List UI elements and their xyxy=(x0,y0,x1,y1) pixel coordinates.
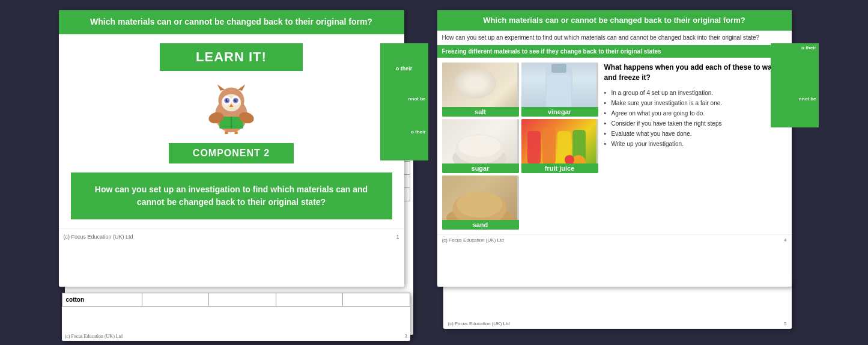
peek-text-3: o their xyxy=(380,127,428,136)
salt-image-cell: salt xyxy=(442,63,519,117)
svg-rect-18 xyxy=(225,131,228,134)
instruction-item-1: In a group of 4 set up an investigation. xyxy=(604,88,787,98)
vinegar-image-cell: vinegar xyxy=(521,63,598,117)
fruitjuice-label: fruit juice xyxy=(521,163,598,173)
cotton-col-5 xyxy=(343,293,410,307)
instruction-item-6: Write up your investigation. xyxy=(604,139,787,149)
slide-4-page: 4 xyxy=(784,237,786,243)
slide-1-header: Which materials can or cannot be changed… xyxy=(59,10,404,34)
instruction-item-5: Evaluate what you have done. xyxy=(604,129,787,139)
slide-4-header: Which materials can or cannot be changed… xyxy=(437,10,792,31)
materials-images-grid: salt vinegar xyxy=(442,63,598,230)
peek-text-2: nnot be xyxy=(380,94,428,103)
slide-4-experiment-bar: Freezing different materials to see if t… xyxy=(437,45,792,58)
owl-icon xyxy=(204,80,258,134)
svg-rect-15 xyxy=(231,117,232,129)
svg-rect-26 xyxy=(527,131,541,164)
svg-point-10 xyxy=(234,99,237,102)
sand-image-cell: sand xyxy=(442,176,519,230)
svg-marker-3 xyxy=(238,84,246,91)
sugar-label: sugar xyxy=(442,163,519,173)
instruction-item-3: Agree on what you are going to do. xyxy=(604,108,787,118)
slide-5-content: (c) Focus Education (UK) Ltd 5 xyxy=(443,281,792,329)
svg-rect-22 xyxy=(547,75,571,108)
instruction-item-4: Consider if you have taken the right ste… xyxy=(604,118,787,129)
svg-point-11 xyxy=(227,99,228,100)
cotton-col-4 xyxy=(276,293,342,307)
left-slide-stack: o their nnot be o their Material Can be … xyxy=(59,10,419,335)
svg-marker-2 xyxy=(217,84,225,91)
slide-5-footer: (c) Focus Education (UK) Ltd 5 xyxy=(443,319,792,329)
sand-label: sand xyxy=(442,220,519,230)
slide-1-body: LEARN IT! xyxy=(59,34,404,228)
slide-4-footer: (c) Focus Education (UK) Ltd 4 xyxy=(437,234,792,245)
svg-point-12 xyxy=(235,99,237,100)
instructions-list: In a group of 4 set up an investigation.… xyxy=(604,88,787,149)
slide-5-copyright: (c) Focus Education (UK) Ltd xyxy=(448,321,510,326)
svg-point-34 xyxy=(457,191,502,218)
component-label: COMPONENT 2 xyxy=(169,143,294,163)
question-box: How can you set up an investigation to f… xyxy=(71,172,392,219)
cotton-col-2 xyxy=(142,293,209,307)
learn-it-button[interactable]: LEARN IT! xyxy=(160,43,303,71)
instructions-title: What happens when you add each of these … xyxy=(604,63,787,83)
workspace: o their nnot be o their Material Can be … xyxy=(0,0,868,345)
slide-4-card: Which materials can or cannot be changed… xyxy=(437,10,792,287)
svg-rect-19 xyxy=(234,131,237,134)
slide-1-footer: (c) Focus Education (UK) Ltd 1 xyxy=(59,228,404,245)
slide-4-copyright: (c) Focus Education (UK) Ltd xyxy=(442,237,504,243)
slide-3-copyright: (c) Focus Education (UK) Ltd xyxy=(65,334,123,339)
slide-3-card: cotton (c) Focus Education (UK) Ltd 3 xyxy=(62,293,410,341)
sugar-image-cell: sugar xyxy=(442,119,519,173)
cotton-table: cotton xyxy=(62,293,410,307)
svg-rect-21 xyxy=(551,64,566,73)
slide-3-page: 3 xyxy=(405,334,407,339)
svg-point-25 xyxy=(458,135,500,157)
slide-5-card: (c) Focus Education (UK) Ltd 5 xyxy=(443,281,792,329)
slide-4-body: salt vinegar xyxy=(437,58,792,234)
svg-rect-27 xyxy=(542,128,556,164)
peek-slide-right-3: o their xyxy=(380,127,428,160)
peek-slide-right-2: nnot be xyxy=(380,94,428,127)
fruitjuice-image-cell: fruit juice xyxy=(521,119,598,173)
salt-label: salt xyxy=(442,107,519,117)
peek-right-r1: o their xyxy=(771,43,819,94)
slide-3-footer: (c) Focus Education (UK) Ltd 3 xyxy=(62,332,410,341)
right-slide-stack: o their nnot be (c) Focus Education (UK)… xyxy=(437,10,810,335)
peek-right-r2: nnot be xyxy=(771,94,819,127)
peek-r2-text: nnot be xyxy=(771,94,819,103)
svg-point-9 xyxy=(226,99,229,102)
slide-4-subheader: How can you set up an experiment to find… xyxy=(437,31,792,45)
vinegar-label: vinegar xyxy=(521,107,598,117)
slide-1-page: 1 xyxy=(396,234,399,240)
peek-r1-text: o their xyxy=(771,43,819,52)
cotton-label: cotton xyxy=(62,293,142,307)
cotton-row: cotton xyxy=(62,293,410,307)
slide-1-copyright: (c) Focus Education (UK) Ltd xyxy=(64,234,133,240)
peek-text-1: o their xyxy=(394,64,414,75)
instruction-item-2: Make sure your investigation is a fair o… xyxy=(604,98,787,108)
slide-3-content: cotton (c) Focus Education (UK) Ltd 3 xyxy=(62,293,410,341)
cotton-col-3 xyxy=(209,293,276,307)
slide-1-card: Which materials can or cannot be changed… xyxy=(59,10,404,287)
slide-5-page: 5 xyxy=(784,321,786,326)
slide-4-instructions: What happens when you add each of these … xyxy=(604,63,787,230)
peek-slide-right-1: o their xyxy=(380,43,428,94)
